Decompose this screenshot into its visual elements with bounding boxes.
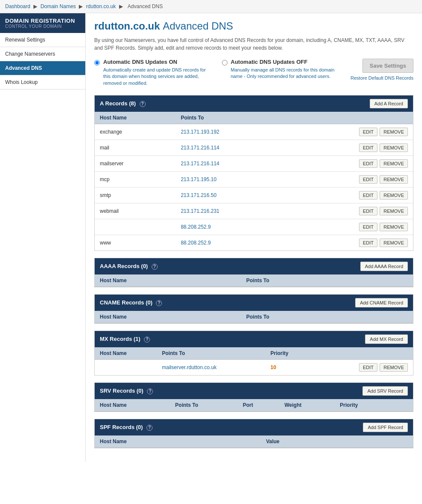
dns-auto-off-label: Automatic DNS Updates OFF: [231, 59, 337, 65]
a-host: smtp: [95, 188, 176, 203]
dns-auto-on-label: Automatic DNS Updates ON: [103, 59, 209, 65]
remove-a-record-button[interactable]: REMOVE: [380, 239, 408, 247]
a-actions: EDIT REMOVE: [282, 156, 413, 172]
a-records-help-icon[interactable]: ?: [140, 101, 146, 107]
page-domain: rdutton.co.uk: [94, 20, 160, 32]
dns-auto-off-radio[interactable]: [222, 60, 227, 66]
remove-a-record-button[interactable]: REMOVE: [380, 128, 408, 136]
cname-records-section: CNAME Records (0) ? Add CNAME Record Hos…: [94, 294, 413, 324]
a-points-to: 213.171.195.10: [176, 172, 282, 188]
edit-mx-record-button[interactable]: EDIT: [359, 363, 377, 372]
table-row: mail 213.171.216.114 EDIT REMOVE: [95, 140, 413, 156]
table-row: exchange 213.171.193.192 EDIT REMOVE: [95, 124, 413, 140]
a-col-hostname: Host Name: [95, 112, 176, 124]
sidebar-item-whois[interactable]: Whois Lookup: [0, 75, 85, 89]
edit-a-record-button[interactable]: EDIT: [359, 128, 377, 136]
edit-a-record-button[interactable]: EDIT: [359, 143, 377, 152]
edit-a-record-button[interactable]: EDIT: [359, 239, 377, 247]
remove-mx-record-button[interactable]: REMOVE: [380, 363, 408, 372]
spf-records-help-icon[interactable]: ?: [147, 425, 153, 431]
a-col-pointsto: Points To: [176, 112, 282, 124]
edit-a-record-button[interactable]: EDIT: [359, 191, 377, 200]
a-actions: EDIT REMOVE: [282, 124, 413, 140]
mx-host: [95, 360, 157, 376]
remove-a-record-button[interactable]: REMOVE: [380, 207, 408, 215]
a-points-to: 213.171.216.114: [176, 156, 282, 172]
aaaa-records-section: AAAA Records (0) ? Add AAAA Record Host …: [94, 258, 413, 287]
a-host: mcp: [95, 172, 176, 188]
edit-a-record-button[interactable]: EDIT: [359, 159, 377, 168]
edit-a-record-button[interactable]: EDIT: [359, 223, 377, 231]
mx-col-hostname: Host Name: [95, 347, 157, 360]
spf-records-title: SPF Records (0) ?: [100, 424, 153, 431]
a-host: mail: [95, 140, 176, 156]
mx-col-actions: [313, 347, 413, 360]
mx-records-help-icon[interactable]: ?: [144, 337, 150, 343]
aaaa-records-help-icon[interactable]: ?: [152, 264, 158, 270]
a-actions: EDIT REMOVE: [282, 203, 413, 219]
srv-records-section: SRV Records (0) ? Add SRV Record Host Na…: [94, 382, 413, 412]
srv-records-table: Host Name Points To Port Weight Priority: [95, 399, 413, 412]
srv-col-port: Port: [238, 399, 279, 412]
a-points-to: 88.208.252.9: [176, 219, 282, 235]
a-points-to: 213.171.216.50: [176, 188, 282, 203]
a-host: [95, 219, 176, 235]
dns-save-area: Save Settings Restore Default DNS Record…: [349, 59, 413, 81]
sidebar-item-nameservers[interactable]: Change Nameservers: [0, 47, 85, 61]
add-cname-record-button[interactable]: Add CNAME Record: [355, 298, 408, 307]
remove-a-record-button[interactable]: REMOVE: [380, 175, 408, 184]
a-col-actions: [282, 112, 413, 124]
dns-auto-off-desc: Manually manage all DNS records for this…: [231, 67, 337, 80]
sidebar-item-renewal[interactable]: Renewal Settings: [0, 33, 85, 47]
breadcrumb-sep-2: ▶: [79, 3, 83, 9]
edit-a-record-button[interactable]: EDIT: [359, 175, 377, 184]
restore-defaults-link[interactable]: Restore Default DNS Records: [350, 75, 413, 81]
remove-a-record-button[interactable]: REMOVE: [380, 191, 408, 200]
table-row: webmail 213.171.216.231 EDIT REMOVE: [95, 203, 413, 219]
add-aaaa-record-button[interactable]: Add AAAA Record: [360, 262, 408, 271]
table-row: www 88.208.252.9 EDIT REMOVE: [95, 235, 413, 251]
srv-records-header: SRV Records (0) ? Add SRV Record: [95, 383, 413, 399]
dns-auto-on-radio[interactable]: [94, 60, 100, 66]
breadcrumb-dashboard[interactable]: Dashboard: [5, 3, 30, 9]
add-srv-record-button[interactable]: Add SRV Record: [362, 386, 408, 396]
cname-records-help-icon[interactable]: ?: [156, 300, 162, 306]
mx-records-title: MX Records (1) ?: [100, 336, 150, 343]
breadcrumb-domain-names[interactable]: Domain Names: [40, 3, 76, 9]
dns-auto-on-desc: Automatically create and update DNS reco…: [103, 67, 209, 86]
sidebar-item-advanced-dns[interactable]: Advanced DNS: [0, 61, 85, 75]
save-settings-button[interactable]: Save Settings: [362, 59, 413, 73]
a-records-title: A Records (8) ?: [100, 100, 146, 107]
cname-col-hostname: Host Name: [95, 311, 241, 323]
edit-a-record-button[interactable]: EDIT: [359, 207, 377, 215]
aaaa-records-table: Host Name Points To: [95, 274, 413, 287]
aaaa-col-hostname: Host Name: [95, 274, 241, 287]
remove-a-record-button[interactable]: REMOVE: [380, 159, 408, 168]
breadcrumb-sep-3: ▶: [119, 3, 123, 9]
spf-records-section: SPF Records (0) ? Add SPF Record Host Na…: [94, 419, 413, 448]
srv-records-help-icon[interactable]: ?: [147, 388, 153, 394]
spf-col-hostname: Host Name: [95, 435, 261, 448]
add-mx-record-button[interactable]: Add MX Record: [365, 334, 408, 344]
a-points-to: 213.171.216.114: [176, 140, 282, 156]
a-points-to: 88.208.252.9: [176, 235, 282, 251]
remove-a-record-button[interactable]: REMOVE: [380, 143, 408, 152]
a-records-header: A Records (8) ? Add A Record: [95, 95, 413, 112]
remove-a-record-button[interactable]: REMOVE: [380, 223, 408, 231]
table-row: mailserver 213.171.216.114 EDIT REMOVE: [95, 156, 413, 172]
sidebar-header: DOMAIN REGISTRATION CONTROL YOUR DOMAIN: [0, 13, 85, 33]
srv-col-weight: Weight: [279, 399, 335, 412]
cname-col-pointsto: Points To: [241, 311, 373, 323]
add-a-record-button[interactable]: Add A Record: [370, 99, 408, 108]
mx-col-priority: Priority: [265, 347, 312, 360]
a-actions: EDIT REMOVE: [282, 188, 413, 203]
srv-records-title: SRV Records (0) ?: [100, 388, 153, 394]
a-host: mailserver: [95, 156, 176, 172]
mx-records-header: MX Records (1) ? Add MX Record: [95, 331, 413, 347]
breadcrumb-domain[interactable]: rdutton.co.uk: [86, 3, 116, 9]
add-spf-record-button[interactable]: Add SPF Record: [363, 423, 408, 432]
dns-options: Automatic DNS Updates ON Automatically c…: [94, 59, 413, 86]
aaaa-col-pointsto: Points To: [241, 274, 373, 287]
cname-records-title: CNAME Records (0) ?: [100, 299, 162, 306]
spf-col-actions: [367, 435, 413, 448]
